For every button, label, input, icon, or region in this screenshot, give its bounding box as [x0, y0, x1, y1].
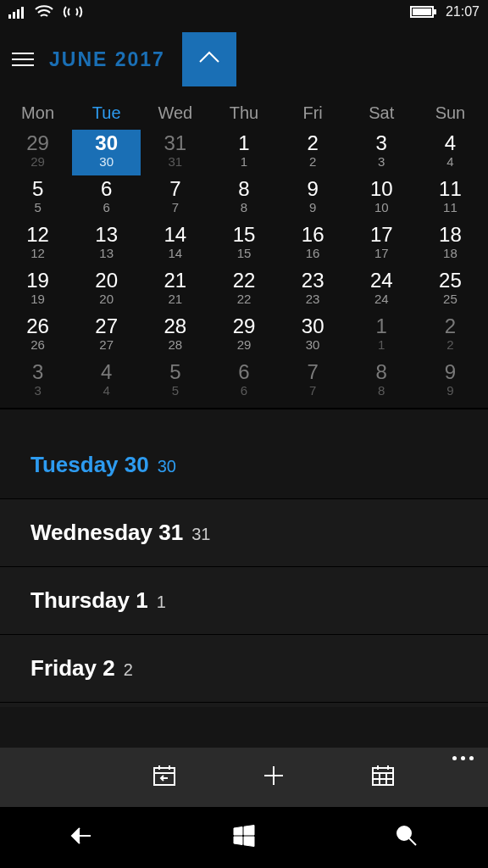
day-number: 20	[95, 269, 118, 292]
calendar-day[interactable]: 2525	[416, 267, 485, 313]
day-alt-number: 20	[99, 292, 114, 307]
calendar-today-icon	[152, 763, 177, 792]
menu-button[interactable]	[12, 47, 37, 72]
weekday-header: Sun	[416, 98, 485, 130]
day-number: 4	[445, 131, 456, 155]
calendar-day[interactable]: 1515	[209, 221, 278, 267]
day-alt-number: 29	[30, 154, 45, 170]
calendar-day[interactable]: 33	[3, 359, 72, 404]
agenda-day[interactable]: Wednesday 3131	[0, 498, 488, 566]
calendar-day[interactable]: 88	[209, 175, 278, 221]
day-alt-number: 29	[237, 337, 252, 353]
day-number: 10	[370, 177, 393, 201]
day-number: 14	[164, 223, 187, 247]
calendar-day[interactable]: 88	[347, 359, 416, 404]
agenda-day-alt: 30	[158, 457, 176, 476]
calendar-day[interactable]: 1111	[416, 175, 485, 221]
calendar-day[interactable]: 1010	[347, 175, 416, 221]
calendar-day[interactable]: 44	[72, 359, 141, 404]
day-number: 26	[26, 314, 49, 338]
signal-icon	[8, 5, 25, 19]
agenda-day-alt: 31	[191, 525, 210, 544]
calendar-day[interactable]: 1616	[279, 221, 347, 267]
svg-rect-5	[434, 9, 436, 14]
calendar-view-icon	[370, 763, 396, 792]
calendar-day[interactable]: 55	[141, 359, 209, 404]
more-button[interactable]	[437, 748, 488, 807]
calendar-day[interactable]: 66	[209, 359, 278, 404]
status-time: 21:07	[446, 4, 480, 19]
day-number: 29	[233, 314, 256, 338]
day-alt-number: 10	[374, 200, 389, 215]
day-alt-number: 18	[443, 246, 458, 261]
calendar-day[interactable]: 3030	[72, 130, 141, 175]
calendar-day[interactable]: 3030	[279, 313, 347, 359]
calendar-day[interactable]: 1313	[72, 221, 141, 267]
day-alt-number: 25	[443, 292, 458, 307]
calendar-day[interactable]: 22	[279, 130, 347, 175]
svg-rect-6	[413, 8, 431, 15]
svg-marker-22	[244, 826, 254, 836]
calendar-day[interactable]: 66	[72, 175, 141, 221]
collapse-calendar-button[interactable]	[182, 32, 236, 86]
agenda-day-label: Tuesday 30	[30, 452, 149, 478]
day-alt-number: 7	[309, 383, 316, 398]
day-number: 27	[95, 314, 118, 338]
day-number: 31	[164, 131, 187, 155]
new-event-button[interactable]	[219, 748, 328, 807]
svg-point-25	[397, 826, 411, 840]
calendar-day[interactable]: 2929	[3, 130, 72, 175]
day-alt-number: 19	[30, 292, 45, 307]
calendar-day[interactable]: 77	[141, 175, 209, 221]
view-button[interactable]	[328, 748, 437, 807]
day-number: 9	[445, 360, 456, 384]
calendar-day[interactable]: 2424	[347, 267, 416, 313]
calendar-day[interactable]: 1414	[141, 221, 209, 267]
calendar-day[interactable]: 99	[416, 359, 485, 404]
agenda-day[interactable]: Thursday 11	[0, 566, 488, 634]
calendar-day[interactable]: 1212	[3, 221, 72, 267]
day-number: 6	[238, 360, 249, 384]
day-alt-number: 11	[443, 200, 458, 215]
day-alt-number: 6	[103, 200, 110, 215]
agenda-day[interactable]: Friday 22	[0, 634, 488, 702]
calendar-day[interactable]: 99	[279, 175, 347, 221]
calendar-day[interactable]: 1919	[3, 267, 72, 313]
calendar-day[interactable]: 2121	[141, 267, 209, 313]
day-number: 25	[439, 269, 462, 292]
calendar-day[interactable]: 2020	[72, 267, 141, 313]
weekday-header: Wed	[141, 98, 209, 130]
search-button[interactable]	[325, 807, 488, 868]
calendar-day[interactable]: 2626	[3, 313, 72, 359]
calendar-day[interactable]: 2929	[209, 313, 278, 359]
svg-line-26	[409, 838, 416, 845]
start-button[interactable]	[163, 807, 325, 868]
day-alt-number: 16	[306, 246, 320, 261]
calendar-day[interactable]: 2828	[141, 313, 209, 359]
day-alt-number: 21	[169, 292, 183, 307]
calendar-day[interactable]: 1818	[416, 221, 485, 267]
back-button[interactable]	[0, 807, 163, 868]
day-alt-number: 9	[446, 383, 453, 398]
calendar-day[interactable]: 1717	[347, 221, 416, 267]
day-alt-number: 28	[169, 337, 183, 353]
agenda-list[interactable]: Tuesday 3030Wednesday 3131Thursday 11Fri…	[0, 409, 488, 748]
calendar-day[interactable]: 3131	[141, 130, 209, 175]
calendar-day[interactable]: 2323	[279, 267, 347, 313]
calendar-day[interactable]: 11	[209, 130, 278, 175]
day-number: 5	[169, 360, 180, 384]
calendar-day[interactable]: 22	[416, 313, 485, 359]
day-number: 3	[376, 131, 387, 155]
day-number: 2	[445, 314, 456, 338]
calendar-day[interactable]: 77	[279, 359, 347, 404]
calendar-day[interactable]: 44	[416, 130, 485, 175]
month-picker[interactable]: JUNE 2017	[49, 48, 165, 71]
calendar-day[interactable]: 2727	[72, 313, 141, 359]
calendar-day[interactable]: 11	[347, 313, 416, 359]
svg-rect-1	[13, 12, 15, 19]
calendar-day[interactable]: 33	[347, 130, 416, 175]
calendar-day[interactable]: 55	[3, 175, 72, 221]
agenda-day[interactable]: Tuesday 3030	[0, 421, 488, 498]
today-button[interactable]	[109, 748, 219, 807]
calendar-day[interactable]: 2222	[209, 267, 278, 313]
